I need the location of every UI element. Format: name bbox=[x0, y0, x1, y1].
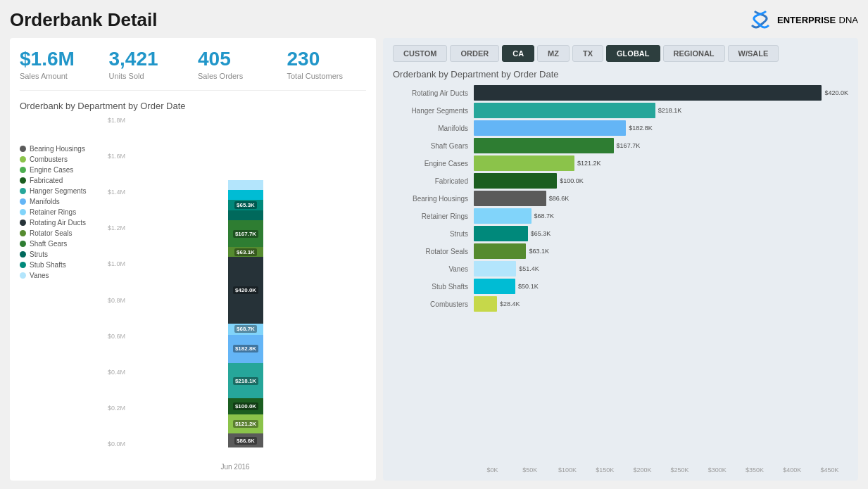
y-axis-label: $0.2M bbox=[104, 405, 127, 412]
legend-label: Shaft Gears bbox=[30, 240, 67, 248]
hbar-fill bbox=[474, 226, 528, 241]
hbar-value: $167.7K bbox=[617, 142, 641, 149]
x-axis-label: $100K bbox=[548, 466, 586, 474]
y-axis-label: $1.6M bbox=[104, 153, 127, 160]
legend-item: Manifolds bbox=[20, 198, 97, 205]
legend-item: Rotating Air Ducts bbox=[20, 219, 97, 227]
legend-label: Rotator Seals bbox=[30, 229, 73, 237]
legend-dot bbox=[20, 167, 26, 173]
legend-dot bbox=[20, 262, 26, 268]
hbar-track: $86.6K bbox=[474, 191, 848, 206]
hbar-label: Rotator Seals bbox=[393, 248, 474, 255]
y-axis-label: $0.6M bbox=[104, 333, 127, 340]
bar-segment: $68.7K bbox=[228, 324, 263, 334]
legend-dot bbox=[20, 230, 26, 236]
hbar-value: $86.6K bbox=[549, 195, 570, 202]
x-axis-label: $150K bbox=[586, 466, 624, 474]
bar-segment bbox=[228, 180, 263, 190]
kpi-value: $1.6M bbox=[20, 48, 75, 70]
bar-segment-label: $86.6K bbox=[234, 437, 257, 445]
logo-text: ENTERPRISE DNA bbox=[777, 13, 858, 26]
legend-item: Combusters bbox=[20, 155, 97, 163]
kpi-label: Sales Orders bbox=[198, 72, 243, 80]
hbar-label: Shaft Gears bbox=[393, 142, 474, 150]
tabs-row[interactable]: CUSTOMORDERCAMZTXGLOBALREGIONALW/SALE bbox=[393, 45, 848, 62]
legend-dot bbox=[20, 209, 26, 215]
hbar-track: $420.0K bbox=[474, 85, 848, 101]
hbar-label: Combusters bbox=[393, 300, 474, 308]
hbar-fill bbox=[474, 296, 497, 312]
bar-segment-label: $65.3K bbox=[234, 201, 257, 209]
hbar-row: Rotator Seals$63.1K bbox=[393, 243, 848, 259]
hbar-row: Rotating Air Ducts$420.0K bbox=[393, 85, 848, 101]
bar-segment: $218.1K bbox=[228, 363, 263, 398]
hbar-fill bbox=[474, 191, 546, 206]
bar-segment bbox=[228, 190, 263, 200]
tab-button[interactable]: CUSTOM bbox=[393, 45, 447, 62]
y-axis-label: $0.4M bbox=[104, 369, 127, 376]
tab-button[interactable]: W/SALE bbox=[728, 45, 779, 62]
hbar-row: Stub Shafts$50.1K bbox=[393, 279, 848, 294]
hbar-label: Hanger Segments bbox=[393, 107, 474, 115]
legend-label: Struts bbox=[30, 250, 48, 258]
hbar-value: $121.2K bbox=[577, 160, 601, 167]
legend-label: Fabricated bbox=[30, 177, 63, 184]
legend-label: Hanger Segments bbox=[30, 187, 87, 195]
legend-label: Combusters bbox=[30, 155, 68, 163]
x-axis: $0K$50K$100K$150K$200K$250K$300K$350K$40… bbox=[393, 466, 848, 474]
kpi-item: 3,421 Units Sold bbox=[99, 48, 189, 80]
header: Orderbank Detail ENTERPRISE DNA bbox=[10, 8, 858, 31]
kpi-value: 3,421 bbox=[109, 48, 158, 70]
stacked-chart-inner: $0.0M$0.2M$0.4M$0.6M$0.8M$1.0M$1.2M$1.4M… bbox=[104, 117, 366, 460]
tab-button[interactable]: MZ bbox=[537, 45, 570, 62]
legend-dot bbox=[20, 146, 26, 152]
left-panel: $1.6M Sales Amount3,421 Units Sold405 Sa… bbox=[10, 38, 376, 481]
bar-segment: $182.8K bbox=[228, 335, 263, 364]
left-chart-title: Orderbank by Department by Order Date bbox=[20, 101, 366, 111]
right-chart-title: Orderbank by Department by Order Date bbox=[393, 69, 848, 80]
hbar-row: Hanger Segments$218.1K bbox=[393, 103, 848, 118]
y-axis-label: $1.4M bbox=[104, 189, 127, 196]
bar-segment-label: $100.0K bbox=[233, 402, 258, 410]
hbar-track: $121.2K bbox=[474, 155, 848, 171]
hbar-label: Struts bbox=[393, 230, 474, 238]
hbar-fill bbox=[474, 85, 822, 101]
hbar-value: $420.0K bbox=[824, 89, 848, 96]
x-axis-label: $400K bbox=[774, 466, 811, 474]
hbar-label: Rotating Air Ducts bbox=[393, 89, 474, 97]
bar-segment: $63.1K bbox=[228, 247, 263, 257]
x-axis-label: $50K bbox=[511, 466, 548, 474]
bar-segment: $86.6K bbox=[228, 433, 263, 447]
hbar-row: Retainer Rings$68.7K bbox=[393, 208, 848, 224]
kpi-item: 230 Total Customers bbox=[277, 48, 367, 80]
tab-button[interactable]: GLOBAL bbox=[606, 45, 660, 62]
hbar-row: Engine Cases$121.2K bbox=[393, 155, 848, 171]
hbar-label: Vanes bbox=[393, 265, 474, 273]
hbar-label: Stub Shafts bbox=[393, 283, 474, 291]
hbar-track: $50.1K bbox=[474, 279, 848, 294]
legend-item: Fabricated bbox=[20, 177, 97, 184]
hbar-track: $182.8K bbox=[474, 120, 848, 136]
hbar-chart: Rotating Air Ducts$420.0KHanger Segments… bbox=[393, 85, 848, 464]
page-title: Orderbank Detail bbox=[10, 9, 158, 31]
hbar-label: Retainer Rings bbox=[393, 212, 474, 220]
hbar-value: $100.0K bbox=[560, 177, 584, 184]
y-axis-label: $0.8M bbox=[104, 297, 127, 304]
hbar-track: $167.7K bbox=[474, 138, 848, 153]
legend: Bearing Housings Combusters Engine Cases… bbox=[20, 145, 97, 471]
bar-segment: $65.3K bbox=[228, 200, 263, 210]
hbar-row: Manifolds$182.8K bbox=[393, 120, 848, 136]
tab-button[interactable]: ORDER bbox=[450, 45, 499, 62]
x-axis-label: $300K bbox=[698, 466, 736, 474]
stacked-bar-chart: $0.0M$0.2M$0.4M$0.6M$0.8M$1.0M$1.2M$1.4M… bbox=[104, 117, 366, 471]
hbar-label: Fabricated bbox=[393, 177, 474, 185]
legend-item: Shaft Gears bbox=[20, 240, 97, 248]
kpi-label: Units Sold bbox=[109, 72, 144, 80]
tab-button[interactable]: TX bbox=[572, 45, 603, 62]
kpi-row: $1.6M Sales Amount3,421 Units Sold405 Sa… bbox=[20, 48, 366, 91]
tab-button[interactable]: REGIONAL bbox=[663, 45, 725, 62]
legend-dot bbox=[20, 220, 26, 226]
tab-button[interactable]: CA bbox=[502, 45, 534, 62]
hbar-fill bbox=[474, 103, 655, 118]
hbar-fill bbox=[474, 279, 515, 294]
